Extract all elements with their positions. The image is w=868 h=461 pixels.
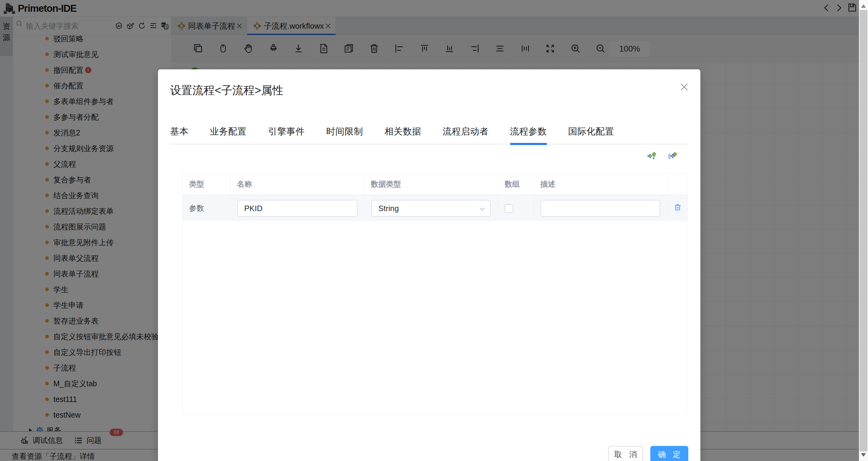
scrollbar-down-arrow[interactable] — [861, 453, 866, 457]
dialog-close-icon[interactable] — [680, 82, 689, 92]
dialog-tab[interactable]: 相关数据 — [384, 127, 421, 145]
screen: Primeton-IDE 资源 输入关键字搜索 — [0, 0, 868, 461]
dialog-tab[interactable]: 业务配置 — [210, 127, 247, 145]
param-name-input[interactable]: PKID — [237, 200, 358, 217]
dialog-tab[interactable]: 流程参数 — [510, 127, 547, 145]
param-array-checkbox[interactable] — [504, 204, 513, 213]
dialog-tab[interactable]: 流程启动者 — [443, 127, 489, 145]
delete-row-icon[interactable] — [674, 203, 681, 211]
col-header: 数组 — [505, 179, 520, 189]
dialog-tabs: 基本 业务配置 引擎事件 时间限制 相关数据 流程启动者 流程参数 国际化配置 — [170, 127, 636, 145]
param-type: 参数 — [189, 203, 204, 213]
dialog-tab[interactable]: 时间限制 — [326, 127, 363, 145]
chevron-down-icon — [479, 206, 486, 212]
col-header: 数据类型 — [371, 179, 401, 189]
param-description-input[interactable] — [540, 200, 660, 217]
add-output-parameter-icon[interactable] — [668, 152, 677, 162]
cancel-button[interactable]: 取 消 — [608, 446, 643, 461]
dialog-title: 设置流程<子流程>属性 — [170, 83, 283, 98]
dialog-tab[interactable]: 国际化配置 — [568, 127, 615, 145]
browser-scrollbar[interactable] — [859, 0, 868, 461]
col-header: 类型 — [189, 179, 204, 189]
dialog-tab[interactable]: 引擎事件 — [268, 127, 305, 145]
confirm-button[interactable]: 确 定 — [650, 446, 688, 461]
scrollbar-thumb[interactable] — [860, 10, 867, 451]
table-header: 类型 名称 数据类型 数组 描述 — [183, 173, 687, 195]
parameter-actions — [647, 152, 677, 162]
parameters-table: 类型 名称 数据类型 数组 描述 参数 PKID String — [182, 173, 688, 413]
dialog-tab[interactable]: 基本 — [170, 127, 188, 145]
scrollbar-up-arrow[interactable] — [861, 4, 866, 8]
param-datatype-select[interactable]: String — [371, 200, 491, 217]
add-input-parameter-icon[interactable] — [647, 152, 656, 162]
col-header: 名称 — [237, 179, 252, 189]
parameter-row: 参数 PKID String — [183, 195, 687, 221]
col-header: 描述 — [540, 179, 555, 189]
process-properties-dialog: 设置流程<子流程>属性 基本 业务配置 引擎事件 时间限制 相关数据 流程启动者… — [158, 69, 701, 461]
